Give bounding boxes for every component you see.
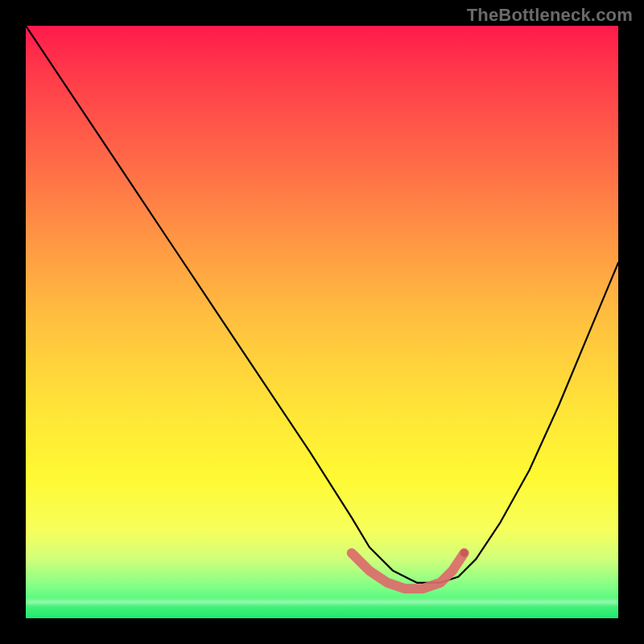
chart-frame: TheBottleneck.com (0, 0, 644, 644)
series-curve (26, 26, 618, 583)
watermark-text: TheBottleneck.com (467, 5, 633, 26)
marker-end-dot (460, 549, 469, 557)
plot-area (26, 26, 618, 618)
series-bottom-marker (352, 553, 464, 588)
chart-overlay (26, 26, 618, 618)
